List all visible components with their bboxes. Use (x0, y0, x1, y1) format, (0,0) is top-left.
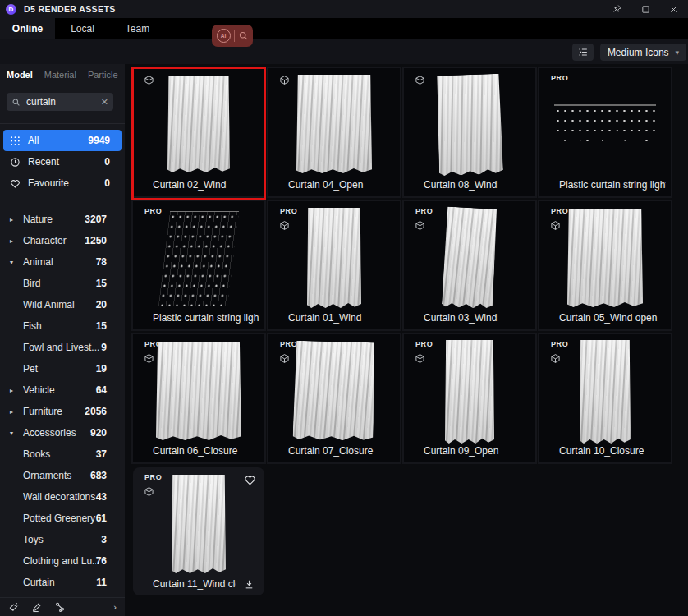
tab-model[interactable]: Model (7, 70, 33, 80)
search-box[interactable]: ✕ (7, 93, 113, 111)
category-label: Vehicle (23, 384, 96, 396)
tab-particle[interactable]: Particle (88, 70, 118, 80)
animated-model-cube-icon (144, 486, 154, 497)
ai-search-highlight: AI (212, 25, 253, 47)
sidebar-category-clothing-luggage[interactable]: Clothing and Lu...76 (0, 550, 125, 572)
sidebar-category-fish[interactable]: Fish15 (0, 315, 125, 337)
asset-tile-curtain-01-wind[interactable]: PRO Curtain 01_Wind (268, 201, 400, 329)
display-options-button[interactable] (572, 44, 594, 61)
asset-tile-curtain-11-wind-closure[interactable]: PRO Curtain 11_Wind closure (133, 467, 264, 595)
sidebar-category-character[interactable]: ▸Character1250 (0, 230, 125, 251)
maximize-icon[interactable] (641, 5, 650, 14)
sidebar-item-recent[interactable]: Recent 0 (3, 151, 122, 172)
logo-letter: D (9, 6, 14, 13)
asset-thumbnail (296, 75, 372, 173)
asset-tile-string-light-1[interactable]: PRO Plastic curtain string light... (539, 68, 671, 196)
tab-material[interactable]: Material (44, 70, 76, 80)
download-icon[interactable] (244, 579, 255, 590)
pin-icon[interactable] (612, 4, 622, 14)
sidebar-category-wall-decorations[interactable]: Wall decorations43 (0, 486, 125, 508)
category-count: 2056 (85, 406, 107, 417)
asset-name: Curtain 01_Wind (268, 306, 395, 329)
sidebar-category-vehicle[interactable]: ▸Vehicle64 (0, 379, 125, 401)
asset-tile-curtain-05-wind-open[interactable]: PRO Curtain 05_Wind open (539, 201, 671, 329)
category-count: 9 (101, 342, 107, 353)
ai-label: AI (221, 33, 227, 39)
asset-thumbnail (292, 341, 375, 442)
selection-annotation-rect (131, 67, 266, 200)
window-title: D5 RENDER ASSETS (24, 4, 116, 14)
sidebar-item-all[interactable]: All 9949 (3, 130, 122, 151)
sidebar-category-furniture[interactable]: ▸Furniture2056 (0, 401, 125, 422)
category-label: Toys (23, 534, 101, 545)
asset-tile-curtain-06-closure[interactable]: PRO Curtain 06_Closure (133, 334, 264, 462)
asset-tile-curtain-04-open[interactable]: Curtain 04_Open (268, 68, 400, 196)
bone-node-icon[interactable] (54, 601, 66, 613)
sidebar-category-curtain[interactable]: Curtain11 (0, 572, 125, 593)
sidebar-category-ornaments[interactable]: Ornaments683 (0, 465, 125, 486)
category-label: Curtain (23, 577, 96, 588)
category-count: 19 (96, 363, 107, 375)
sidebar-category-accessories[interactable]: ▾Accessories920 (0, 422, 125, 444)
sidebar-category-fowl-livestock[interactable]: Fowl and Livest...9 (0, 337, 125, 358)
search-input[interactable] (25, 95, 101, 108)
asset-tile-curtain-10-closure[interactable]: PRO Curtain 10_Closure (539, 334, 671, 462)
sidebar-category-bird[interactable]: Bird15 (0, 273, 125, 294)
animated-model-cube-icon (415, 353, 425, 364)
category-label: Bird (23, 278, 96, 289)
category-count: 43 (96, 491, 107, 503)
asset-tile-curtain-03-wind[interactable]: PRO Curtain 03_Wind (404, 201, 535, 329)
d5-logo: D (6, 4, 16, 15)
asset-thumbnail (307, 208, 361, 308)
sidebar-category-wild-animal[interactable]: Wild Animal20 (0, 294, 125, 315)
category-count: 3 (101, 534, 107, 545)
asset-name: Curtain 05_Wind open (539, 306, 666, 329)
marker-pen-icon[interactable] (31, 601, 43, 613)
close-icon[interactable] (669, 5, 678, 14)
icon-size-dropdown[interactable]: Medium Icons ▾ (600, 44, 686, 61)
category-label: Books (23, 448, 96, 460)
pro-badge: PRO (144, 207, 162, 215)
category-count: 15 (96, 278, 107, 289)
sidebar-category-animal[interactable]: ▾Animal78 (0, 251, 125, 273)
nav-tab-bar: Online Local Team (0, 18, 688, 39)
category-label: Furniture (23, 406, 85, 417)
category-count: 683 (90, 470, 107, 481)
material-brush-icon[interactable] (8, 601, 20, 613)
tab-team[interactable]: Team (110, 18, 165, 39)
search-icon[interactable] (238, 30, 249, 41)
chevron-right-icon: ▸ (10, 216, 23, 223)
expand-panel-chevron-icon[interactable]: › (113, 602, 117, 612)
sidebar-category-books[interactable]: Books37 (0, 444, 125, 465)
favourite-heart-icon[interactable] (244, 474, 256, 486)
pro-badge: PRO (551, 74, 568, 82)
sidebar-category-potted-greenery[interactable]: Potted Greenery61 (0, 508, 125, 529)
asset-name: Curtain 04_Open (268, 173, 395, 196)
animated-model-cube-icon (415, 75, 425, 85)
asset-tile-string-light-2[interactable]: PRO Plastic curtain string light... (133, 201, 264, 329)
asset-tile-curtain-07-closure[interactable]: PRO Curtain 07_Closure (268, 334, 400, 462)
asset-type-tabs: Model Material Particle (7, 70, 118, 80)
sidebar-category-nature[interactable]: ▸Nature3207 (0, 209, 125, 230)
sidebar-item-favourite[interactable]: Favourite 0 (3, 172, 122, 194)
asset-tile-curtain-08-wind[interactable]: Curtain 08_Wind (404, 68, 535, 196)
asset-tile-curtain-09-open[interactable]: PRO Curtain 09_Open (404, 334, 535, 462)
category-label: Potted Greenery (23, 513, 96, 524)
sidebar-category-pet[interactable]: Pet19 (0, 358, 125, 379)
asset-thumbnail (554, 104, 656, 149)
ai-assistant-icon[interactable]: AI (217, 29, 231, 43)
tab-online[interactable]: Online (0, 18, 55, 39)
all-count: 9949 (88, 135, 110, 146)
chevron-right-icon: ▸ (10, 387, 23, 394)
chevron-right-icon: ▸ (10, 237, 23, 245)
clear-search-icon[interactable]: ✕ (101, 97, 108, 108)
sidebar-category-toys[interactable]: Toys3 (0, 529, 125, 550)
animated-model-cube-icon (144, 353, 154, 364)
tab-local[interactable]: Local (55, 18, 110, 39)
asset-thumbnail (158, 211, 239, 306)
favourite-label: Favourite (28, 177, 104, 189)
all-label: All (28, 135, 88, 146)
category-tree: ▸Nature3207 ▸Character1250 ▾Animal78 Bir… (0, 209, 125, 598)
asset-thumbnail (580, 340, 631, 444)
pro-badge: PRO (280, 207, 297, 215)
